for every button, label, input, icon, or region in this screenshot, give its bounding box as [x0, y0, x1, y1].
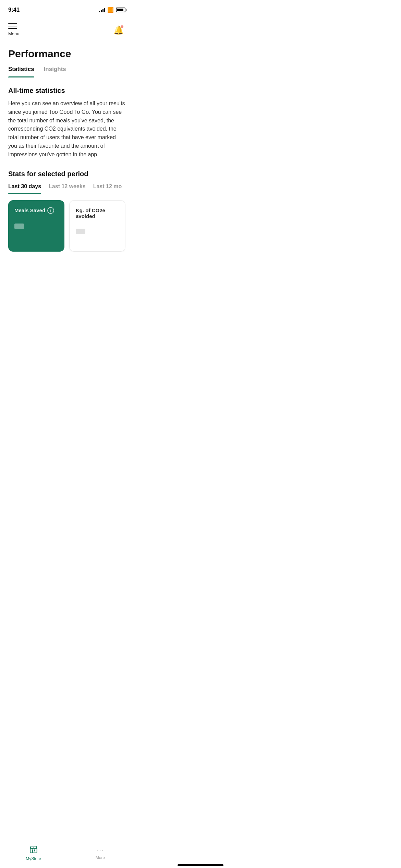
- all-time-title: All-time statistics: [8, 87, 125, 95]
- status-bar: 9:41 📶: [0, 0, 134, 18]
- period-title: Stats for selected period: [8, 170, 125, 178]
- stat-cards: Meals Saved i Kg. of CO2e avoided: [8, 200, 125, 252]
- tab-statistics[interactable]: Statistics: [8, 66, 34, 77]
- period-section: Stats for selected period Last 30 days L…: [8, 159, 125, 252]
- meals-saved-info-icon[interactable]: i: [47, 207, 54, 214]
- period-tab-12months[interactable]: Last 12 mo: [93, 183, 122, 194]
- status-icons: 📶: [99, 7, 125, 13]
- page-title: Performance: [8, 48, 125, 60]
- header: Menu 🔔: [0, 18, 134, 41]
- tabs-row: Statistics Insights: [8, 66, 125, 77]
- menu-button[interactable]: Menu: [8, 23, 20, 36]
- main-tabs: Statistics Insights: [8, 66, 125, 77]
- tab-insights[interactable]: Insights: [44, 66, 66, 77]
- period-tab-30days[interactable]: Last 30 days: [8, 183, 41, 194]
- page-content: Performance Statistics Insights All-time…: [0, 41, 134, 286]
- all-time-section: All-time statistics Here you can see an …: [8, 77, 125, 159]
- period-tabs: Last 30 days Last 12 weeks Last 12 mo: [8, 183, 125, 194]
- hamburger-icon: [8, 23, 17, 29]
- notification-button[interactable]: 🔔: [112, 23, 125, 37]
- co2-avoided-card: Kg. of CO2e avoided: [69, 200, 125, 252]
- signal-icon: [99, 8, 105, 12]
- menu-label: Menu: [8, 31, 20, 36]
- co2-label: Kg. of CO2e avoided: [76, 207, 119, 219]
- co2-card-title: Kg. of CO2e avoided: [76, 207, 119, 219]
- meals-saved-card-title: Meals Saved i: [14, 207, 58, 214]
- wifi-icon: 📶: [107, 7, 114, 13]
- all-time-description: Here you can see an overview of all your…: [8, 99, 125, 159]
- status-time: 9:41: [8, 7, 20, 13]
- battery-icon: [116, 8, 125, 12]
- meals-saved-label: Meals Saved: [14, 207, 45, 213]
- meals-saved-value: [14, 224, 24, 229]
- notification-dot: [120, 25, 124, 28]
- period-tab-12weeks[interactable]: Last 12 weeks: [49, 183, 86, 194]
- meals-saved-card: Meals Saved i: [8, 200, 64, 252]
- co2-value: [76, 229, 85, 234]
